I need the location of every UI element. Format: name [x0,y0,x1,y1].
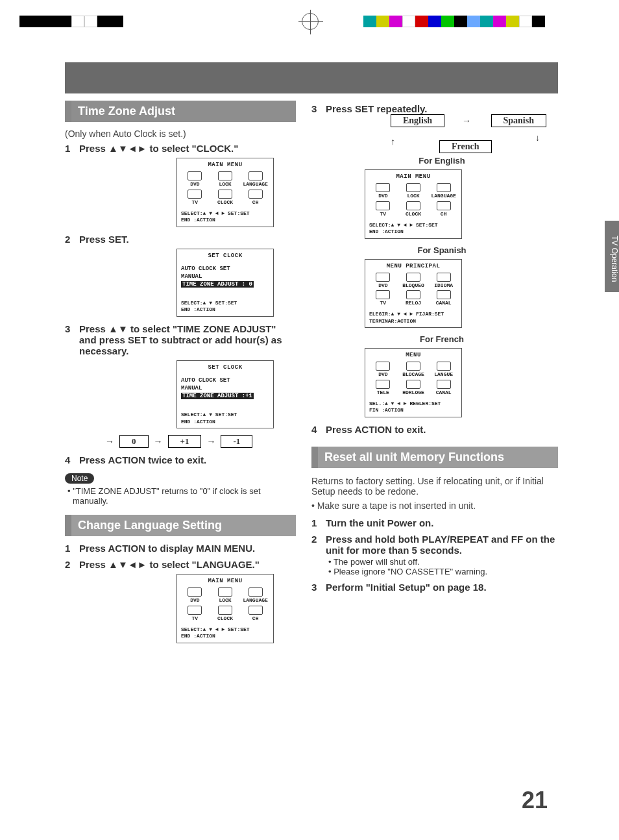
arrow-right-icon: → [206,436,215,447]
note-text: • "TIME ZONE ADJUST" returns to "0" if c… [65,486,296,506]
clock-icon [406,380,420,389]
osd-title: MAIN MENU [181,161,269,169]
caption-french: For French [326,334,558,344]
step-1: Press ▲▼◄► to select "CLOCK." MAIN MENU … [65,143,296,227]
flow-node: -1 [221,435,252,448]
section-heading-language: Change Language Setting [65,515,296,536]
step-text: Press and hold both PLAY/REPEAT and FF o… [326,534,555,556]
reset-intro-bullet: • Make sure a tape is not inserted in un… [311,500,558,511]
step-text: Press ▲▼◄► to select "LANGUAGE." [79,559,260,570]
step-text: Press ▲▼ to select "TIME ZONE ADJUST" an… [79,323,282,356]
ch-icon [249,606,263,615]
clock-icon [218,606,232,615]
language-icon [249,171,263,180]
osd-main-menu-es: MENU PRINCIPAL DVD BLOQUEO IDIOMA TV REL… [365,259,462,328]
step-text: Press ACTION twice to exit. [79,454,206,465]
substep: • The power will shut off. [326,557,558,567]
lock-icon [218,171,232,180]
step-text: Press ▲▼◄► to select "CLOCK." [79,143,238,154]
step-4: Press ACTION twice to exit. [65,454,296,465]
registration-colorbar-left [19,16,123,27]
registration-colorbar-right [363,16,545,27]
arrow-right-icon: → [154,436,163,447]
caption-spanish: For Spanish [326,245,558,255]
osd-main-menu: MAIN MENU DVD LOCK LANGUAGE TV CLOCK CH … [176,158,274,227]
language-cycle-diagram: English Spanish French → ↓ ↑ [378,114,559,153]
osd-set-clock-1: SET CLOCK AUTO CLOCK SET MANUAL TIME ZON… [176,249,274,317]
lock-icon [406,362,420,371]
section-subtitle: (Only when Auto Clock is set.) [65,129,296,139]
step-text: Turn the unit Power on. [326,517,433,528]
page-header-bar [65,62,558,93]
cycle-node: French [439,140,492,153]
value-flow-diagram: → 0 → +1 → -1 [105,435,296,448]
ch-icon [249,190,263,199]
lock-icon [406,273,420,282]
section-heading-timezone: Time Zone Adjust [65,101,296,122]
clock-icon [406,290,420,299]
step-2: Press SET. SET CLOCK AUTO CLOCK SET MANU… [65,234,296,317]
osd-main-menu-fr: MENU DVD BLOCAGE LANGUE TELE HORLOGE CAN… [365,348,462,417]
caption-english: For English [326,156,558,166]
left-column: Time Zone Adjust (Only when Auto Clock i… [65,101,296,650]
ch-icon [437,201,451,210]
osd-highlight: TIME ZONE ADJUST :+1 [181,393,254,399]
step-3: Press ▲▼ to select "TIME ZONE ADJUST" an… [65,323,296,448]
arrow-right-icon: → [105,436,114,447]
language-icon [437,362,451,371]
lock-icon [406,183,420,192]
section-heading-reset: Reset all unit Memory Functions [311,447,558,468]
right-column: Press SET repeatedly. English Spanish Fr… [311,101,558,650]
substep: • Please ignore "NO CASSETTE" warning. [326,567,558,576]
note-label: Note [65,473,94,484]
step-text: Press SET repeatedly. [326,103,427,114]
tv-icon [188,190,202,199]
arrow-down-icon: ↓ [535,132,540,143]
language-icon [437,183,451,192]
language-icon [437,273,451,282]
lang-step-3: Press SET repeatedly. English Spanish Fr… [311,103,558,417]
ch-icon [437,290,451,299]
flow-node: 0 [119,435,149,448]
dvd-icon [188,171,202,180]
cycle-node: Spanish [491,114,546,127]
clock-icon [406,201,420,210]
cycle-node: English [391,114,444,127]
page-number: 21 [522,787,548,814]
step-text: Perform "Initial Setup" on page 18. [326,582,487,593]
dvd-icon [376,273,390,282]
osd-main-menu-en: MAIN MENU DVD LOCK LANGUAGE TV CLOCK CH … [365,169,462,239]
reset-step-2: Press and hold both PLAY/REPEAT and FF o… [311,534,558,576]
dvd-icon [188,587,202,597]
lang-step-2: Press ▲▼◄► to select "LANGUAGE." MAIN ME… [65,559,296,643]
osd-set-clock-2: SET CLOCK AUTO CLOCK SET MANUAL TIME ZON… [176,360,274,428]
tv-icon [376,380,390,389]
ch-icon [437,380,451,389]
step-text: Press ACTION to display MAIN MENU. [79,543,255,554]
tv-icon [376,201,390,210]
reset-step-1: Turn the unit Power on. [311,517,558,528]
dvd-icon [376,183,390,192]
lang-step-4: Press ACTION to exit. [311,424,558,435]
osd-highlight: TIME ZONE ADJUST : 0 [181,281,254,288]
step-text: Press ACTION to exit. [326,424,426,435]
tv-icon [376,290,390,299]
dvd-icon [376,362,390,371]
reset-intro: Returns to factory setting. Use if reloc… [311,476,558,497]
section-tab: TV Operation [605,221,619,292]
arrow-right-icon: → [462,116,471,126]
step-text: Press SET. [79,234,129,245]
reset-step-3: Perform "Initial Setup" on page 18. [311,582,558,593]
lock-icon [218,587,232,597]
lang-step-1: Press ACTION to display MAIN MENU. [65,543,296,554]
osd-main-menu-lang: MAIN MENU DVD LOCK LANGUAGE TV CLOCK CH … [176,574,274,643]
registration-mark-icon [302,13,319,30]
clock-icon [218,190,232,199]
language-icon [249,587,263,597]
osd-footer: SELECT:▲ ▼ ◄ ► SET:SET END :ACTION [181,210,269,224]
flow-node: +1 [168,435,202,448]
tv-icon [188,606,202,615]
arrow-up-icon: ↑ [391,136,395,147]
